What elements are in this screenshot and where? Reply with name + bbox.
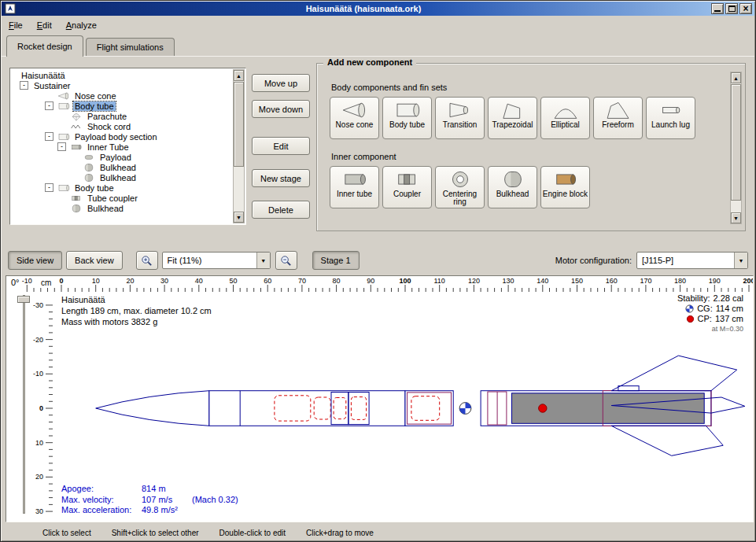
menu-item-analyze[interactable]: Analyze [59, 16, 104, 35]
svg-text:100: 100 [399, 277, 411, 285]
minimize-button[interactable] [711, 3, 724, 14]
payload-icon [83, 153, 95, 162]
tab-flight-simulations[interactable]: Flight simulations [86, 38, 175, 56]
svg-text:90: 90 [367, 277, 374, 285]
ruler-unit-label: cm [41, 278, 51, 287]
parachute-icon [70, 112, 83, 121]
component-button-engine-block[interactable]: Engine block [540, 166, 590, 208]
move-down-button[interactable]: Move down [252, 100, 310, 118]
centering-ring-icon [444, 169, 476, 190]
menu-item-file[interactable]: File [2, 16, 30, 35]
menu-item-edit[interactable]: Edit [30, 16, 59, 35]
tree-item-label: Haisunäätä [20, 71, 67, 80]
collapse-icon[interactable]: - [45, 183, 53, 192]
bulkhead-icon [83, 173, 95, 183]
component-scrollbar[interactable]: ▲ ▼ [730, 72, 742, 224]
component-button-trapezoidal[interactable]: Trapezoidal [488, 97, 537, 139]
title-bar[interactable]: Haisunäätä (haisunaata.ork) × [2, 2, 754, 16]
hint-drag: Click+drag to move [306, 529, 374, 537]
edit-button[interactable]: Edit [252, 137, 310, 155]
component-button-coupler[interactable]: Coupler [382, 166, 432, 208]
svg-text:80: 80 [333, 277, 341, 285]
zoom-out-button[interactable] [275, 251, 297, 270]
svg-text:190: 190 [709, 277, 721, 285]
tree-item-label: Bulkhead [98, 163, 138, 172]
cp-label: CP: [698, 314, 712, 324]
maximize-icon [728, 6, 736, 12]
tree-item-bulkhead[interactable]: Bulkhead [12, 162, 232, 172]
tree-scrollbar[interactable]: ▲ ▼ [233, 69, 245, 223]
tree-item-bulkhead[interactable]: Bulkhead [12, 172, 232, 183]
delete-button[interactable]: Delete [252, 201, 310, 219]
stability-legend: Stability: 2.28 cal CG: 114 cm CP: 137 c… [677, 293, 743, 334]
collapse-icon[interactable]: - [20, 81, 28, 90]
cg-row: CG: 114 cm [677, 304, 743, 314]
scroll-down-icon[interactable]: ▼ [234, 212, 244, 223]
tree-item-body-tube[interactable]: -Body tube [12, 183, 232, 193]
zoom-in-button[interactable] [136, 251, 158, 270]
component-button-inner-tube[interactable]: Inner tube [330, 166, 379, 208]
motor-config-value: [J115-P] [637, 256, 734, 265]
svg-text:120: 120 [468, 277, 480, 285]
maximize-button[interactable] [725, 3, 738, 14]
component-button-body-tube[interactable]: Body tube [382, 97, 432, 139]
collapse-icon[interactable]: - [45, 132, 53, 141]
tree-item-bulkhead[interactable]: Bulkhead [12, 203, 232, 213]
scroll-down-icon[interactable]: ▼ [731, 212, 741, 223]
tree-item-payload[interactable]: Payload [12, 152, 232, 162]
new-stage-button[interactable]: New stage [252, 169, 310, 187]
scroll-up-icon[interactable]: ▲ [731, 72, 741, 83]
move-up-button[interactable]: Move up [252, 74, 310, 92]
zoom-combo[interactable]: Fit (11%) ▼ [162, 252, 271, 269]
tree-item-label: Inner Tube [86, 142, 131, 152]
tree-item-body-tube[interactable]: -Body tube [12, 101, 232, 111]
tree-item-payload-body-section[interactable]: -Payload body section [12, 131, 232, 142]
component-button-launch-lug[interactable]: Launch lug [646, 97, 695, 139]
component-button-freeform[interactable]: Freeform [593, 97, 643, 139]
launch-lug-icon [655, 100, 687, 120]
rotation-label: 0° [11, 278, 20, 287]
collapse-icon[interactable]: - [57, 142, 66, 151]
rocket-info: Haisunäätä Length 189 cm, max. diameter … [61, 294, 212, 327]
component-scrollbar-thumb[interactable] [731, 84, 741, 201]
menu-bar: FileEditAnalyze [2, 16, 754, 35]
tree-item-shock-cord[interactable]: Shock cord [12, 121, 232, 131]
add-component-group: Add new component Body components and fi… [316, 63, 746, 231]
fin-elliptical-icon [550, 100, 581, 120]
tree-item-inner-tube[interactable]: -Inner Tube [12, 142, 232, 152]
rotation-slider-thumb[interactable] [17, 296, 30, 303]
component-button-elliptical[interactable]: Elliptical [540, 97, 590, 139]
component-button-transition[interactable]: Transition [435, 97, 485, 139]
tree-item-label: Bulkhead [86, 204, 125, 213]
rocket-name: Haisunäätä [61, 294, 212, 305]
rotation-slider[interactable] [23, 295, 25, 514]
close-button[interactable]: × [739, 3, 752, 14]
tree-item-tube-coupler[interactable]: Tube coupler [12, 193, 232, 203]
svg-text:150: 150 [571, 277, 583, 285]
side-view-button[interactable]: Side view [8, 251, 62, 270]
motor-config-combo[interactable]: [J115-P] ▼ [636, 252, 748, 269]
stage-1-button[interactable]: Stage 1 [312, 251, 360, 270]
chevron-down-icon[interactable]: ▼ [256, 253, 270, 268]
tree-item-sustainer[interactable]: -Sustainer [12, 80, 232, 90]
tab-rocket-design[interactable]: Rocket design [6, 35, 83, 57]
window-title: Haisunäätä (haisunaata.ork) [16, 4, 711, 13]
svg-text:10: 10 [92, 277, 100, 285]
component-group-label: Inner component [331, 152, 725, 161]
chevron-down-icon[interactable]: ▼ [734, 253, 747, 268]
svg-text:160: 160 [606, 277, 618, 285]
zoom-out-icon [280, 255, 292, 267]
window-controls: × [711, 3, 752, 14]
acceleration-label: Max. acceleration: [61, 505, 142, 516]
tree-scrollbar-thumb[interactable] [234, 82, 244, 167]
component-button-centering-ring[interactable]: Centering ring [435, 166, 485, 208]
zoom-combo-value: Fit (11%) [163, 256, 256, 265]
tree-item-haisun-t[interactable]: Haisunäätä [12, 70, 232, 80]
tree-item-parachute[interactable]: Parachute [12, 111, 232, 121]
collapse-icon[interactable]: - [45, 101, 53, 110]
component-button-bulkhead[interactable]: Bulkhead [488, 166, 537, 208]
scroll-up-icon[interactable]: ▲ [234, 70, 244, 81]
component-button-nose-cone[interactable]: Nose cone [330, 97, 379, 139]
tree-item-nose-cone[interactable]: Nose cone [12, 90, 232, 101]
back-view-button[interactable]: Back view [66, 251, 123, 270]
